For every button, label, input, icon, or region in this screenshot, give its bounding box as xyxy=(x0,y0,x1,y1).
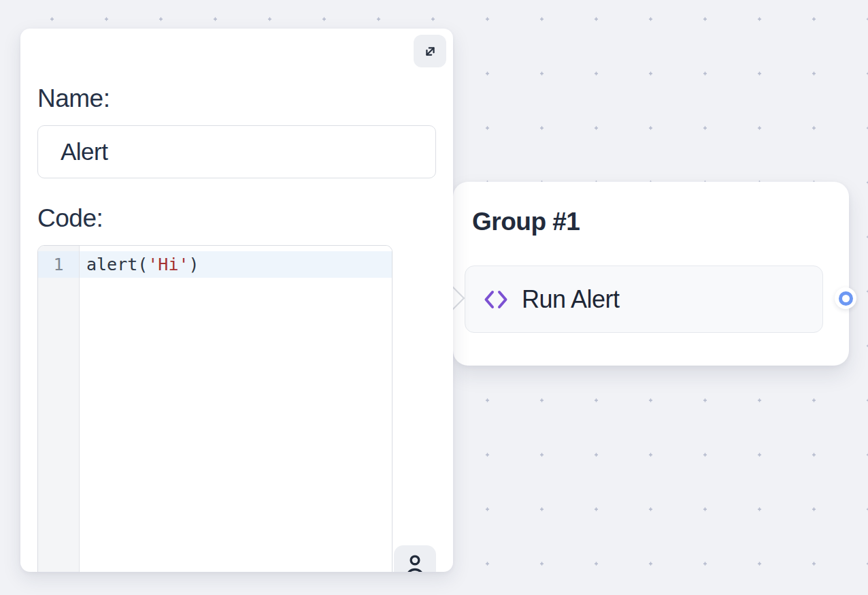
user-button[interactable] xyxy=(394,545,436,572)
code-token-string: 'Hi' xyxy=(148,255,188,274)
node-output-handle[interactable] xyxy=(835,287,856,309)
code-editor[interactable]: 1 alert('Hi') xyxy=(37,245,393,572)
expand-diagonal-icon xyxy=(421,42,439,61)
group-node-card[interactable]: Group #1 Run Alert xyxy=(453,182,849,366)
expand-button[interactable] xyxy=(414,35,446,67)
group-title: Group #1 xyxy=(472,208,580,236)
code-gutter: 1 xyxy=(38,246,80,572)
code-brackets-icon xyxy=(482,286,510,313)
code-line: alert('Hi') xyxy=(80,251,392,278)
code-token: alert( xyxy=(86,255,148,274)
flow-canvas[interactable]: Group #1 Run Alert Name: Code: 1 xyxy=(0,0,868,595)
name-label: Name: xyxy=(37,84,110,113)
code-token: ) xyxy=(189,255,199,274)
node-run-alert[interactable]: Run Alert xyxy=(465,266,823,333)
person-icon xyxy=(402,551,428,572)
line-number: 1 xyxy=(38,251,79,278)
output-handle-ring-icon xyxy=(839,291,853,306)
code-area[interactable]: alert('Hi') xyxy=(80,246,392,572)
name-input[interactable] xyxy=(37,125,436,178)
node-label: Run Alert xyxy=(522,285,620,314)
code-label: Code: xyxy=(37,204,103,233)
node-editor-panel: Name: Code: 1 alert('Hi') xyxy=(20,29,453,572)
